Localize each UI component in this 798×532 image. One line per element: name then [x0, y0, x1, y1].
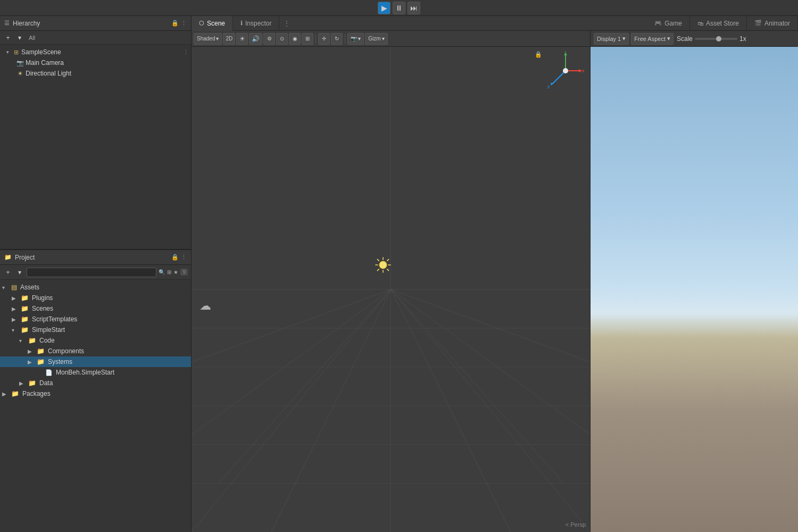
- proj-code[interactable]: ▾ 📁 Code: [0, 335, 191, 346]
- proj-scenes[interactable]: ▶ 📁 Scenes: [0, 303, 191, 314]
- proj-assets[interactable]: ▾ ▤ Assets: [0, 282, 191, 293]
- packages-label: Packages: [21, 390, 51, 397]
- tabs-overflow-menu[interactable]: ⋮: [279, 20, 294, 27]
- systems-folder-icon: 📁: [37, 358, 45, 365]
- 2d-button[interactable]: 2D: [223, 33, 235, 45]
- camera-dropdown[interactable]: 📷 ▾: [347, 33, 364, 45]
- step-button[interactable]: ⏭: [408, 2, 420, 14]
- project-menu-icon[interactable]: ⋮: [181, 254, 187, 261]
- proj-packages[interactable]: ▶ 📁 Packages: [0, 388, 191, 399]
- simplestart-folder-icon: 📁: [21, 326, 29, 334]
- svg-text:z: z: [547, 84, 550, 89]
- scale-track[interactable]: [695, 38, 737, 40]
- scene-lock-icon[interactable]: 🔒: [535, 51, 542, 58]
- play-button[interactable]: ▶: [378, 2, 390, 14]
- tab-animator[interactable]: 🎬 Animator: [747, 16, 798, 31]
- game-tab-label: Game: [664, 20, 682, 27]
- hierarchy-header-right: 🔒 ⋮: [171, 20, 187, 27]
- proj-plugins[interactable]: ▶ 📁 Plugins: [0, 293, 191, 303]
- project-add-button[interactable]: +: [3, 268, 13, 277]
- tab-inspector[interactable]: ℹ Inspector: [233, 16, 279, 31]
- project-header-right: 🔒 ⋮: [171, 254, 187, 261]
- svg-line-31: [552, 71, 566, 84]
- tab-scene[interactable]: ⬡ Scene: [192, 16, 233, 31]
- components-arrow: ▶: [28, 348, 35, 354]
- content-split: Shaded ▾ 2D ☀ 🔊 ⚙ ⊙ ◉ ⊞ ✛ ↻ 📷: [192, 31, 798, 532]
- effects-toggle[interactable]: ⚙: [263, 33, 275, 45]
- project-fav-icon: ★: [173, 269, 178, 275]
- svg-line-26: [377, 269, 379, 271]
- proj-components[interactable]: ▶ 📁 Components: [0, 346, 191, 356]
- shading-label: Shaded: [197, 36, 215, 41]
- display-dropdown[interactable]: Display 1 ▾: [594, 33, 629, 45]
- hierarchy-main-camera[interactable]: 📷 Main Camera: [0, 57, 191, 68]
- toolbar-sep2: [345, 34, 345, 44]
- animator-label: Animator: [764, 20, 790, 27]
- scale-control: Scale 1x: [677, 35, 746, 43]
- aspect-label: Free Aspect: [634, 36, 666, 42]
- game-view-toolbar: Display 1 ▾ Free Aspect ▾ Scale 1x: [591, 31, 798, 47]
- project-lock-icon[interactable]: 🔒: [171, 254, 179, 261]
- project-content: ▾ ▤ Assets ▶ 📁 Plugins ▶ 📁 Scenes: [0, 280, 191, 532]
- proj-data[interactable]: ▶ 📁 Data: [0, 378, 191, 388]
- scene-viewport: ☁: [192, 47, 590, 532]
- hierarchy-lock-icon[interactable]: 🔒: [171, 20, 179, 27]
- components-label: Components: [46, 347, 84, 355]
- scene-gizmo: x y z: [546, 51, 586, 91]
- data-label: Data: [38, 379, 53, 387]
- project-dd-button[interactable]: ▾: [15, 268, 24, 277]
- proj-simplestart[interactable]: ▾ 📁 SimpleStart: [0, 325, 191, 335]
- game-view-background: [591, 47, 798, 532]
- plugins-folder-icon: 📁: [21, 294, 29, 302]
- code-folder-icon: 📁: [28, 337, 36, 344]
- components-folder-icon: 📁: [37, 347, 45, 355]
- camera-dd-icon: 📷: [351, 36, 357, 41]
- scene-label: SampleScene: [21, 48, 61, 56]
- hierarchy-directional-light[interactable]: ☀ Directional Light: [0, 68, 191, 79]
- hidden-toggle[interactable]: ◉: [289, 33, 301, 45]
- hierarchy-all-button[interactable]: All: [27, 34, 37, 42]
- audio-toggle[interactable]: 🔊: [249, 33, 262, 45]
- shading-dropdown[interactable]: Shaded ▾: [194, 33, 222, 45]
- svg-point-18: [379, 261, 387, 269]
- proj-scripttemplates[interactable]: ▶ 📁 ScriptTemplates: [0, 314, 191, 325]
- proj-systems[interactable]: ▶ 📁 Systems: [0, 356, 191, 367]
- main-tabs-bar: ⬡ Scene ℹ Inspector ⋮ 🎮 Game 🛍 Asset Sto…: [192, 16, 798, 31]
- camera-expand: [4, 60, 15, 66]
- svg-text:y: y: [564, 51, 567, 52]
- scene-cam-btn[interactable]: ⊙: [276, 33, 288, 45]
- aspect-dropdown[interactable]: Free Aspect ▾: [631, 33, 674, 45]
- grid-toggle[interactable]: ⊞: [302, 33, 313, 45]
- scripttemplates-folder-icon: 📁: [21, 315, 29, 323]
- project-title: Project: [15, 254, 35, 261]
- code-arrow: ▾: [19, 338, 27, 344]
- hierarchy-add-button[interactable]: +: [3, 33, 13, 43]
- project-panel: 📁 Project 🔒 ⋮ + ▾ 🔍 ⊞ ★ 9 ▾: [0, 250, 191, 532]
- hierarchy-dropdown-button[interactable]: ▾: [15, 33, 24, 43]
- project-count-badge: 9: [180, 269, 188, 276]
- pause-button[interactable]: ⏸: [393, 2, 405, 14]
- hierarchy-toolbar: + ▾ All: [0, 31, 191, 45]
- scene-menu[interactable]: ⋮: [183, 49, 189, 56]
- data-folder-icon: 📁: [28, 379, 36, 387]
- inspector-tab-label: Inspector: [245, 20, 271, 27]
- hierarchy-content: ▾ ⊞ SampleScene ⋮ 📷 Main Camera ☀ Direct…: [0, 45, 191, 249]
- gizmos-dropdown[interactable]: Gizm ▾: [365, 33, 387, 45]
- proj-monbeh[interactable]: 📄 MonBeh.SimpleStart: [0, 367, 191, 378]
- rotate-tool[interactable]: ↻: [331, 33, 343, 45]
- tab-asset-store[interactable]: 🛍 Asset Store: [690, 16, 747, 31]
- camera-dd-arrow: ▾: [358, 36, 361, 41]
- scenes-folder-icon: 📁: [21, 305, 29, 312]
- main-layout: ☰ Hierarchy 🔒 ⋮ + ▾ All ▾ ⊞ SampleScene …: [0, 16, 798, 532]
- hierarchy-scene-root[interactable]: ▾ ⊞ SampleScene ⋮: [0, 47, 191, 57]
- assets-folder-icon: ▤: [11, 284, 17, 291]
- tab-game[interactable]: 🎮 Game: [647, 16, 690, 31]
- lighting-toggle[interactable]: ☀: [236, 33, 248, 45]
- assets-arrow: ▾: [2, 285, 10, 290]
- scene-persp-label: < Persp: [566, 521, 586, 528]
- scripttemplates-label: ScriptTemplates: [30, 315, 77, 323]
- project-search-input[interactable]: [27, 268, 156, 277]
- systems-label: Systems: [46, 358, 72, 365]
- move-tool[interactable]: ✛: [318, 33, 330, 45]
- hierarchy-menu-icon[interactable]: ⋮: [181, 20, 187, 27]
